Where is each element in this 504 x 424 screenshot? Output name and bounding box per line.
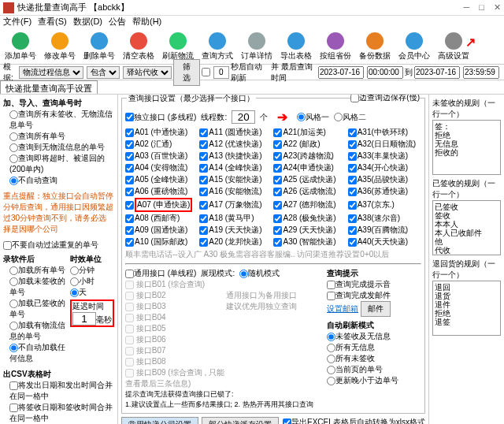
toolbar-1[interactable]: 修改单号 [43,32,77,62]
api-chk[interactable] [199,238,208,247]
tab-common-co[interactable]: 常用快递公司设置 [121,417,198,424]
api-chk[interactable] [199,201,208,210]
ar1[interactable] [327,333,335,341]
api-chk[interactable] [199,164,208,173]
api-chk[interactable] [348,164,357,173]
load-none[interactable] [9,344,18,352]
api-chk[interactable] [125,238,134,247]
minimize-icon[interactable]: ─ [464,2,470,13]
toolbar-8[interactable]: 按组省份 [318,32,353,62]
api-chk[interactable] [348,140,357,149]
unit-day[interactable] [70,288,79,297]
menu-view[interactable]: 查看(S) [38,16,67,30]
ar4[interactable] [327,366,335,374]
toolbar-4[interactable]: 刷新物流 [161,32,195,62]
unit-min[interactable] [70,266,79,275]
api-chk[interactable] [273,214,282,223]
toolbar-0[interactable]: 添加单号 [3,32,38,62]
mode-random[interactable] [239,270,248,278]
opt-all[interactable] [9,132,18,141]
style1[interactable] [297,113,306,121]
hint-mail[interactable] [327,292,335,300]
toolbar-3[interactable]: 清空表格 [121,32,156,62]
api-chk[interactable] [273,188,282,196]
api-chk[interactable] [199,128,208,137]
api-chk[interactable] [273,226,282,235]
api-chk[interactable] [199,188,208,196]
api-chk[interactable] [348,128,357,137]
api-chk[interactable] [348,226,357,235]
load-all[interactable] [9,266,18,275]
menu-notice[interactable]: 公告 [109,16,126,30]
unit-hour[interactable] [70,277,79,286]
api-chk[interactable] [125,164,134,173]
api-chk[interactable] [125,140,134,149]
toolbar-5[interactable]: 查询方式 [200,32,235,62]
delay-input[interactable] [72,312,96,325]
common-api[interactable] [125,270,134,278]
api-chk[interactable] [199,176,208,184]
auto-refresh-sec[interactable] [213,66,229,79]
api-chk[interactable] [125,188,134,196]
menu-help[interactable]: 帮助(H) [132,16,161,30]
style2[interactable] [334,113,343,121]
api-chk[interactable] [125,214,134,223]
api-chk[interactable] [125,128,134,137]
api-chk[interactable] [199,140,208,149]
api-chk[interactable] [348,238,357,247]
api-chk[interactable] [199,226,208,235]
api-chk[interactable] [125,226,134,235]
indep-api[interactable] [125,113,134,121]
api-chk[interactable] [199,152,208,161]
date-from[interactable] [318,66,364,79]
filter-button[interactable]: 筛选 [173,59,200,86]
api-chk[interactable] [125,201,134,210]
csv-merge-recv[interactable] [9,404,18,412]
set-mail[interactable]: 设置邮箱 [327,304,358,313]
r-box4[interactable]: 退回 退货 退件 拒绝 退签 [432,281,501,336]
mail-btn[interactable]: 邮件 [361,301,391,317]
tab-settings[interactable]: 快递批量查询高手设置 [0,80,98,94]
ar5[interactable] [327,377,335,385]
auto-refresh-check[interactable] [202,68,210,76]
menu-file[interactable]: 文件(F) [3,16,32,30]
filter-val[interactable]: 驿站代收 [123,66,172,79]
api-chk[interactable] [348,188,357,196]
r-box1[interactable]: 签： 拒绝 无信息 拒收的 [432,120,501,175]
toolbar-6[interactable]: 订单详情 [239,32,274,62]
filter-op[interactable]: 包含 [87,66,120,79]
opt-noinfo[interactable] [9,143,18,152]
load-hasinfo[interactable] [9,322,18,330]
time-from[interactable] [367,66,403,79]
api-chk[interactable] [348,176,357,184]
ar2[interactable] [327,344,335,352]
api-chk[interactable] [273,201,282,210]
csv-merge-send[interactable] [9,381,18,390]
opt-unrecv[interactable] [9,110,18,119]
ar3[interactable] [327,355,335,363]
r-box3[interactable]: 已签收 签收 本本人 本人已收邮件 他 代收 人签的纤把 服务 店 [432,200,501,255]
toolbar-2[interactable]: 删除单号 [82,32,117,62]
api-chk[interactable] [273,164,282,173]
no-dedup[interactable] [3,241,12,250]
opt-timeout[interactable] [9,154,18,163]
api-chk[interactable] [348,152,357,161]
maximize-icon[interactable]: □ [479,2,484,13]
export-xlsx[interactable] [283,418,291,424]
close-icon[interactable]: ✕ [494,2,501,13]
api-chk[interactable] [273,238,282,247]
save-while-query[interactable] [350,95,359,102]
api-chk[interactable] [125,152,134,161]
api-chk[interactable] [348,201,357,210]
date-to[interactable] [414,66,460,79]
toolbar-10[interactable]: 会员中心 [397,32,432,62]
opt-none[interactable] [9,177,18,185]
toolbar-7[interactable]: 导出表格 [279,32,313,62]
toolbar-9[interactable]: 备份数据 [358,32,392,62]
api-chk[interactable] [273,128,282,137]
time-to[interactable] [463,66,499,79]
api-chk[interactable] [273,140,282,149]
filter-field[interactable]: 物流过程信息 [19,66,83,79]
load-recv[interactable] [9,299,18,308]
load-unrecv[interactable] [9,277,18,286]
